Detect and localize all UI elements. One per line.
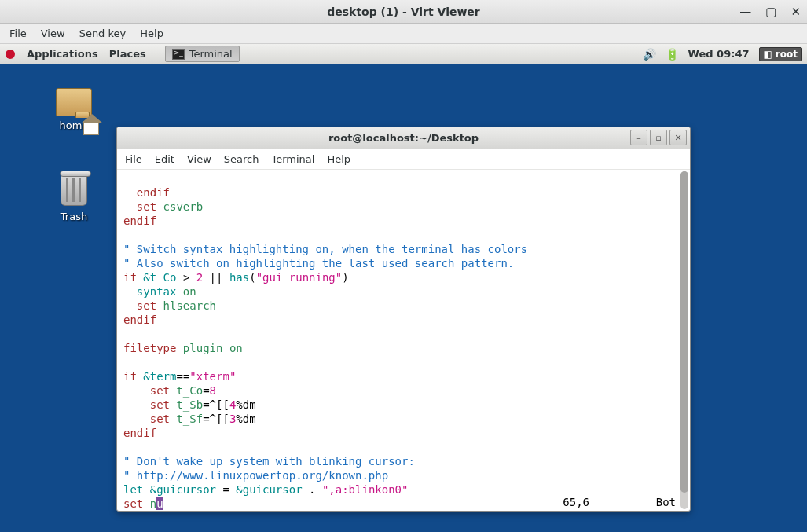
code-token: 8 — [210, 384, 216, 397]
terminal-maximize-button[interactable]: ▫ — [650, 130, 667, 145]
trash-icon — [61, 174, 87, 206]
vim-status-line: 65,6 Bot — [123, 495, 676, 509]
code-token: has — [229, 271, 249, 284]
clock[interactable]: Wed 09:47 — [688, 48, 750, 60]
terminal-title: root@localhost:~/Desktop — [328, 132, 479, 144]
outer-menu-view[interactable]: View — [41, 28, 65, 39]
code-token: set — [123, 384, 176, 397]
code-token: endif — [123, 427, 156, 439]
virt-viewer-titlebar: desktop (1) - Virt Viewer — ▢ ✕ — [0, 0, 807, 24]
code-token: t_Co — [176, 384, 203, 397]
applications-menu[interactable]: Applications — [27, 48, 98, 60]
terminal-menubar: File Edit View Search Terminal Help — [117, 149, 690, 170]
places-menu[interactable]: Places — [109, 48, 146, 60]
code-token: &t_Co — [143, 271, 176, 284]
code-token: on — [183, 285, 196, 298]
terminal-body[interactable]: endif set csverb endif " Switch syntax h… — [117, 170, 690, 511]
code-token: t_Sb — [176, 398, 203, 411]
code-token: %dm — [236, 413, 255, 425]
user-badge-icon: ◧ — [764, 49, 772, 60]
terminal-minimize-button[interactable]: – — [630, 130, 647, 145]
code-token: ( — [249, 271, 255, 284]
code-token: ",a:blinkon0" — [322, 483, 409, 496]
code-token: plugin — [183, 342, 229, 354]
code-token: == — [176, 370, 189, 383]
desktop-icon-label: Trash — [61, 211, 87, 222]
code-token: set — [123, 200, 163, 213]
distro-logo-icon — [5, 49, 16, 60]
code-token: endif — [123, 186, 170, 199]
term-menu-search[interactable]: Search — [224, 153, 259, 165]
folder-home-icon — [42, 88, 105, 116]
code-token: %dm — [236, 398, 255, 411]
volume-icon[interactable]: 🔊 — [643, 48, 656, 61]
code-token: set — [123, 299, 163, 312]
code-token: =^[[ — [203, 398, 229, 411]
code-token: filetype — [123, 342, 183, 354]
code-token: "gui_running" — [256, 271, 343, 284]
terminal-icon — [172, 49, 185, 60]
term-menu-terminal[interactable]: Terminal — [271, 153, 314, 165]
code-token: hlsearch — [163, 299, 216, 312]
code-token: 2 — [196, 271, 203, 284]
window-close-button[interactable]: ✕ — [790, 5, 801, 19]
code-token: || — [203, 271, 229, 284]
svg-point-0 — [6, 50, 15, 59]
vim-cursor-position: 65,6 — [563, 495, 589, 509]
code-token: > — [176, 271, 196, 284]
taskbar-item-terminal[interactable]: Terminal — [165, 46, 240, 62]
battery-icon[interactable]: 🔋 — [666, 48, 679, 61]
vim-scroll-position: Bot — [656, 495, 676, 509]
code-token: &guicursor — [150, 483, 223, 496]
code-token: t_Sf — [176, 413, 203, 425]
terminal-close-button[interactable]: ✕ — [669, 130, 687, 145]
code-token: csverb — [163, 200, 204, 213]
gnome-top-panel: Applications Places Terminal 🔊 🔋 Wed 09:… — [0, 44, 807, 64]
code-token: set — [123, 398, 176, 411]
guest-desktop[interactable]: home Trash root@localhost:~/Desktop – ▫ … — [0, 64, 807, 532]
code-token: if — [123, 370, 143, 383]
desktop-icon-home[interactable]: home — [42, 88, 105, 131]
code-token: = — [203, 384, 209, 397]
code-comment: " Switch syntax highlighting on, when th… — [123, 243, 527, 255]
outer-menu-sendkey[interactable]: Send key — [79, 28, 127, 39]
virt-viewer-menubar: File View Send key Help — [0, 24, 807, 44]
user-menu[interactable]: ◧ root — [759, 47, 803, 61]
code-token: &guicursor — [236, 483, 309, 496]
code-token: =^[[ — [203, 413, 229, 425]
taskbar-item-label: Terminal — [189, 48, 233, 60]
code-token: let — [123, 483, 150, 496]
term-menu-file[interactable]: File — [125, 153, 142, 165]
code-token: . — [309, 483, 322, 496]
outer-menu-file[interactable]: File — [9, 28, 27, 39]
code-comment: " Don't wake up system with blinking cur… — [123, 455, 415, 468]
code-comment: " http://www.linuxpowertop.org/known.php — [123, 469, 388, 482]
term-menu-view[interactable]: View — [187, 153, 211, 165]
code-token: "xterm" — [189, 370, 236, 383]
code-token: on — [229, 342, 243, 354]
code-token: endif — [123, 314, 156, 326]
virt-viewer-title: desktop (1) - Virt Viewer — [327, 6, 480, 18]
desktop-icon-trash[interactable]: Trash — [42, 174, 105, 222]
code-token: &term — [143, 370, 176, 383]
outer-menu-help[interactable]: Help — [140, 28, 163, 39]
code-token: if — [123, 271, 143, 284]
terminal-window: root@localhost:~/Desktop – ▫ ✕ File Edit… — [116, 127, 691, 512]
terminal-titlebar[interactable]: root@localhost:~/Desktop – ▫ ✕ — [117, 127, 690, 149]
code-comment: " Also switch on highlighting the last u… — [123, 257, 514, 270]
code-token: ) — [342, 271, 348, 284]
terminal-scrollbar[interactable] — [680, 171, 688, 509]
code-token: syntax — [123, 285, 183, 298]
term-menu-help[interactable]: Help — [327, 153, 350, 165]
scrollbar-thumb[interactable] — [680, 171, 688, 493]
code-token: = — [222, 483, 236, 496]
code-token: set — [123, 413, 176, 425]
window-maximize-button[interactable]: ▢ — [765, 5, 776, 19]
window-minimize-button[interactable]: — — [739, 5, 751, 19]
user-name: root — [776, 49, 798, 60]
code-token: endif — [123, 215, 156, 227]
term-menu-edit[interactable]: Edit — [155, 153, 174, 165]
